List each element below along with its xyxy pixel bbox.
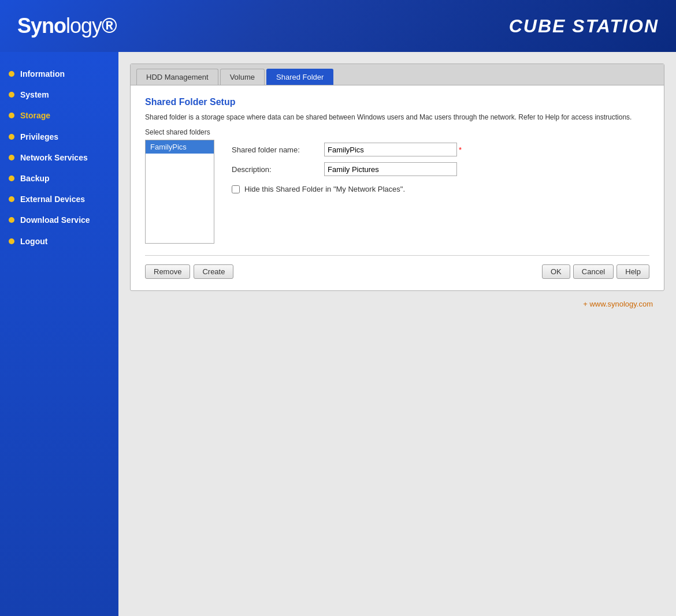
tab-shared-folder[interactable]: Shared Folder bbox=[266, 69, 333, 85]
sidebar-label-external-devices: External Devices bbox=[20, 194, 85, 204]
sidebar-label-privileges: Privileges bbox=[20, 132, 58, 142]
description-label: Description: bbox=[232, 165, 324, 174]
sidebar-item-network-services[interactable]: Network Services bbox=[0, 147, 118, 168]
logo: Synology® bbox=[17, 14, 117, 38]
divider bbox=[145, 255, 649, 256]
sidebar-label-storage: Storage bbox=[20, 110, 50, 121]
sidebar-dot-network-services bbox=[9, 155, 14, 160]
tab-volume[interactable]: Volume bbox=[220, 69, 265, 85]
sidebar-dot-system bbox=[9, 92, 14, 98]
hide-checkbox[interactable] bbox=[232, 185, 240, 193]
footer-prefix: + bbox=[583, 300, 589, 308]
footer-link[interactable]: www.synology.com bbox=[589, 300, 653, 308]
help-button[interactable]: Help bbox=[616, 264, 649, 279]
sidebar-dot-download-service bbox=[9, 217, 14, 223]
sidebar-item-backup[interactable]: Backup bbox=[0, 168, 118, 189]
sidebar-label-network-services: Network Services bbox=[20, 152, 88, 163]
sidebar-label-information: Information bbox=[20, 69, 65, 79]
sidebar-item-information[interactable]: Information bbox=[0, 64, 118, 84]
device-title: CUBE STATION bbox=[509, 16, 659, 37]
header: Synology® CUBE STATION bbox=[0, 0, 676, 52]
sidebar-dot-logout bbox=[9, 238, 14, 244]
section-title: Shared Folder Setup bbox=[145, 97, 649, 107]
hide-checkbox-label: Hide this Shared Folder in "My Network P… bbox=[244, 185, 405, 193]
description-input[interactable] bbox=[324, 162, 457, 176]
form-area: FamilyPics Shared folder name: * Descrip… bbox=[145, 140, 649, 244]
folder-list[interactable]: FamilyPics bbox=[145, 140, 214, 244]
select-label: Select shared folders bbox=[145, 128, 649, 136]
sidebar-dot-information bbox=[9, 71, 14, 77]
sidebar-label-logout: Logout bbox=[20, 236, 47, 247]
sidebar-label-backup: Backup bbox=[20, 173, 50, 184]
hide-checkbox-row: Hide this Shared Folder in "My Network P… bbox=[232, 185, 649, 193]
folder-name-label: Shared folder name: bbox=[232, 145, 324, 154]
sidebar-item-external-devices[interactable]: External Devices bbox=[0, 189, 118, 210]
sidebar-dot-external-devices bbox=[9, 196, 14, 202]
folder-list-item[interactable]: FamilyPics bbox=[146, 140, 214, 154]
sidebar-item-system[interactable]: System bbox=[0, 84, 118, 105]
ok-button[interactable]: OK bbox=[542, 264, 570, 279]
sidebar: InformationSystemStoragePrivilegesNetwor… bbox=[0, 52, 118, 616]
required-indicator: * bbox=[459, 145, 462, 154]
tabs-bar: HDD ManagementVolumeShared Folder bbox=[131, 64, 664, 85]
sidebar-item-logout[interactable]: Logout bbox=[0, 231, 118, 252]
footer: + www.synology.com bbox=[130, 291, 664, 317]
sidebar-dot-backup bbox=[9, 176, 14, 181]
sidebar-item-storage[interactable]: Storage bbox=[0, 105, 118, 126]
sidebar-label-download-service: Download Service bbox=[20, 215, 90, 225]
content-area: HDD ManagementVolumeShared Folder Shared… bbox=[118, 52, 676, 616]
cancel-button[interactable]: Cancel bbox=[573, 264, 614, 279]
sidebar-item-privileges[interactable]: Privileges bbox=[0, 126, 118, 147]
tab-hdd-management[interactable]: HDD Management bbox=[136, 69, 218, 85]
sidebar-item-download-service[interactable]: Download Service bbox=[0, 210, 118, 230]
button-row: Remove Create OK Cancel Help bbox=[145, 264, 649, 279]
sidebar-dot-storage bbox=[9, 113, 14, 118]
right-buttons: OK Cancel Help bbox=[542, 264, 649, 279]
remove-button[interactable]: Remove bbox=[145, 264, 190, 279]
folder-name-row: Shared folder name: * bbox=[232, 143, 649, 156]
main-panel: HDD ManagementVolumeShared Folder Shared… bbox=[130, 64, 664, 291]
main-layout: InformationSystemStoragePrivilegesNetwor… bbox=[0, 52, 676, 616]
description-row: Description: bbox=[232, 162, 649, 176]
form-fields: Shared folder name: * Description: Hide … bbox=[232, 140, 649, 244]
create-button[interactable]: Create bbox=[194, 264, 233, 279]
section-description: Shared folder is a storage space where d… bbox=[145, 112, 649, 122]
panel-body: Shared Folder Setup Shared folder is a s… bbox=[131, 85, 664, 290]
sidebar-label-system: System bbox=[20, 89, 49, 100]
folder-name-input[interactable] bbox=[324, 143, 457, 156]
sidebar-dot-privileges bbox=[9, 134, 14, 140]
